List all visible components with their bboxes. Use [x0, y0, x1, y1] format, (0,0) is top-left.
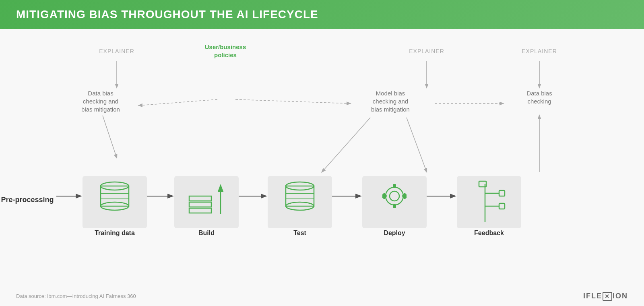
page-title: MITIGATING BIAS THROUGHOUT THE AI LIFECY… [16, 8, 318, 21]
main-content: EXPLAINER User/business policies EXPLAIN… [0, 29, 644, 306]
explainer1-label: EXPLAINER [99, 48, 134, 54]
build-label: Build [198, 229, 215, 236]
user-business-label: User/business [205, 43, 246, 50]
data-bias-label2: checking and [83, 98, 118, 105]
feedback-label: Feedback [474, 229, 504, 236]
logo-text1: IFLE [583, 292, 602, 300]
diagram-svg: EXPLAINER User/business policies EXPLAIN… [0, 29, 644, 275]
test-label: Test [293, 229, 306, 236]
footer-source: Data source: ibm.com—Introducing AI Fair… [16, 293, 136, 299]
arrow-data-bias-down [103, 116, 117, 158]
footer-logo: IFLE ✕ ION [583, 292, 628, 301]
arrow-modelbias-to-test [322, 118, 370, 172]
deploy-box [362, 176, 427, 228]
model-bias-label2: checking and [373, 98, 408, 105]
deploy-label: Deploy [384, 229, 405, 236]
preprocessing-label: Pre-processing [1, 196, 54, 204]
model-bias-label: Model bias [376, 90, 405, 97]
model-bias-label3: bias mitigation [371, 106, 410, 113]
footer: Data source: ibm.com—Introducing AI Fair… [0, 286, 644, 306]
explainer2-label: EXPLAINER [409, 48, 444, 54]
user-business-label2: policies [214, 52, 237, 58]
logo-x-icon: ✕ [603, 292, 612, 301]
feedback-box [457, 176, 521, 228]
arrow-ub-to-modelbias [235, 99, 350, 103]
data-bias-check-label2: checking [527, 98, 551, 105]
svg-rect-3 [393, 204, 396, 208]
logo-text2: ION [613, 292, 628, 300]
header: MITIGATING BIAS THROUGHOUT THE AI LIFECY… [0, 0, 644, 29]
arrow-ub-to-databias [139, 99, 217, 105]
diagram-area: EXPLAINER User/business policies EXPLAIN… [0, 29, 644, 306]
data-bias-label: Data bias [88, 90, 113, 97]
arrow-modelbias-to-deploy [407, 118, 427, 172]
data-bias-check-label: Data bias [526, 90, 552, 97]
data-bias-label3: bias mitigation [81, 106, 120, 113]
svg-rect-2 [393, 184, 396, 188]
explainer3-label: EXPLAINER [522, 48, 557, 54]
training-data-label: Training data [95, 229, 135, 236]
